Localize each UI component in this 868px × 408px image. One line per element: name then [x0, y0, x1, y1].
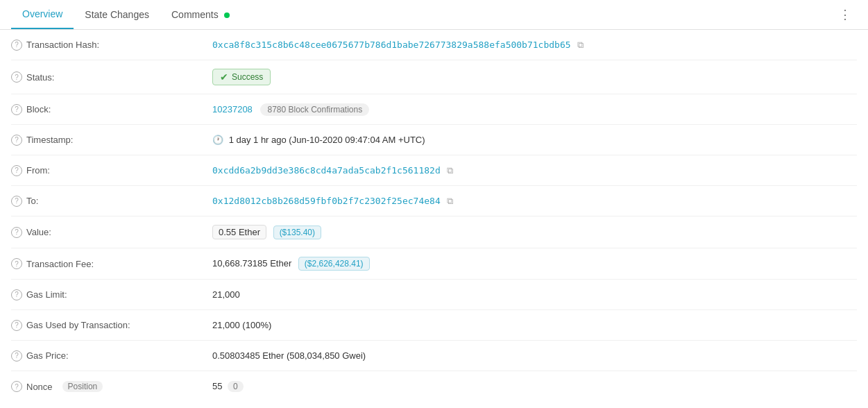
value-value-col: 0.55 Ether ($135.40)	[212, 225, 857, 239]
nonce-position-label-badge: Position	[62, 381, 103, 392]
gas-limit-label: Gas Limit:	[26, 289, 67, 300]
transaction-fee-label-col: ? Transaction Fee:	[11, 258, 212, 269]
timestamp-label-col: ? Timestamp:	[11, 135, 212, 146]
gas-limit-label-col: ? Gas Limit:	[11, 289, 212, 300]
transaction-hash-row: ? Transaction Hash: 0xca8f8c315c8b6c48ce…	[11, 30, 857, 60]
tab-bar: Overview State Changes Comments ⋮	[0, 0, 868, 30]
status-check-icon: ✔	[220, 71, 228, 83]
tab-state-changes[interactable]: State Changes	[74, 1, 160, 28]
comments-dot	[224, 12, 230, 18]
gas-used-value: 21,000 (100%)	[212, 320, 271, 330]
gas-limit-value: 21,000	[212, 289, 240, 300]
status-row: ? Status: ✔ Success	[11, 60, 857, 94]
value-label-col: ? Value:	[11, 227, 212, 238]
gas-price-help-icon[interactable]: ?	[11, 350, 22, 362]
gas-used-label: Gas Used by Transaction:	[26, 320, 130, 330]
to-row: ? To: 0x12d8012cb8b268d59fbf0b2f7c2302f2…	[11, 186, 857, 216]
more-options-button[interactable]: ⋮	[833, 1, 857, 28]
tab-comments[interactable]: Comments	[160, 1, 241, 28]
status-text: Success	[232, 72, 263, 82]
to-value-col: 0x12d8012cb8b268d59fbf0b2f7c2302f25ec74e…	[212, 196, 857, 207]
from-row: ? From: 0xcdd6a2b9dd3e386c8cd4a7ada5cab2…	[11, 155, 857, 186]
transaction-hash-value-col: 0xca8f8c315c8b6c48cee0675677b786d1babe72…	[212, 40, 857, 51]
status-help-icon[interactable]: ?	[11, 71, 22, 83]
nonce-row: ? Nonce Position 55 0	[11, 371, 857, 402]
clock-icon: 🕐	[212, 135, 223, 145]
value-help-icon[interactable]: ?	[11, 227, 22, 238]
gas-limit-help-icon[interactable]: ?	[11, 289, 22, 300]
block-label-col: ? Block:	[11, 104, 212, 115]
transaction-fee-ether: 10,668.73185 Ether	[212, 258, 291, 269]
nonce-label-col: ? Nonce Position	[11, 381, 212, 392]
to-address-link[interactable]: 0x12d8012cb8b268d59fbf0b2f7c2302f25ec74e…	[212, 196, 441, 206]
timestamp-row: ? Timestamp: 🕐 1 day 1 hr ago (Jun-10-20…	[11, 125, 857, 155]
from-copy-icon[interactable]: ⧉	[447, 165, 453, 176]
to-copy-icon[interactable]: ⧉	[447, 196, 453, 207]
overview-content: ? Transaction Hash: 0xca8f8c315c8b6c48ce…	[0, 30, 868, 402]
from-label: From:	[26, 165, 50, 176]
block-value-col: 10237208 8780 Block Confirmations	[212, 103, 857, 116]
from-label-col: ? From:	[11, 165, 212, 176]
gas-price-value-col: 0.50803485 Ether (508,034,850 Gwei)	[212, 350, 857, 361]
from-address-link[interactable]: 0xcdd6a2b9dd3e386c8cd4a7ada5cab2f1c56118…	[212, 165, 441, 176]
block-help-icon[interactable]: ?	[11, 104, 22, 115]
transaction-hash-copy-icon[interactable]: ⧉	[577, 40, 584, 51]
to-help-icon[interactable]: ?	[11, 196, 22, 207]
transaction-hash-help-icon[interactable]: ?	[11, 40, 22, 51]
gas-used-help-icon[interactable]: ?	[11, 320, 22, 331]
block-number-link[interactable]: 10237208	[212, 104, 253, 114]
tab-overview-label: Overview	[22, 8, 62, 19]
gas-price-label: Gas Price:	[26, 350, 69, 361]
gas-price-row: ? Gas Price: 0.50803485 Ether (508,034,8…	[11, 341, 857, 371]
status-value-col: ✔ Success	[212, 69, 857, 85]
timestamp-text: 1 day 1 hr ago (Jun-10-2020 09:47:04 AM …	[229, 135, 425, 145]
timestamp-help-icon[interactable]: ?	[11, 135, 22, 146]
nonce-help-icon[interactable]: ?	[11, 381, 22, 392]
transaction-fee-label: Transaction Fee:	[26, 259, 94, 269]
to-label-col: ? To:	[11, 196, 212, 207]
value-label: Value:	[26, 227, 51, 237]
transaction-fee-row: ? Transaction Fee: 10,668.73185 Ether ($…	[11, 248, 857, 280]
gas-limit-value-col: 21,000	[212, 289, 857, 300]
block-label: Block:	[26, 104, 51, 114]
transaction-fee-value-col: 10,668.73185 Ether ($2,626,428.41)	[212, 257, 857, 271]
from-value-col: 0xcdd6a2b9dd3e386c8cd4a7ada5cab2f1c56118…	[212, 165, 857, 176]
tab-state-changes-label: State Changes	[85, 9, 149, 20]
timestamp-value-col: 🕐 1 day 1 hr ago (Jun-10-2020 09:47:04 A…	[212, 135, 857, 145]
tab-overview[interactable]: Overview	[11, 0, 74, 29]
from-help-icon[interactable]: ?	[11, 165, 22, 176]
block-row: ? Block: 10237208 8780 Block Confirmatio…	[11, 94, 857, 125]
gas-used-row: ? Gas Used by Transaction: 21,000 (100%)	[11, 310, 857, 341]
confirmations-badge: 8780 Block Confirmations	[260, 103, 369, 116]
gas-used-label-col: ? Gas Used by Transaction:	[11, 320, 212, 331]
value-row: ? Value: 0.55 Ether ($135.40)	[11, 216, 857, 248]
nonce-value: 55	[212, 381, 222, 391]
nonce-label: Nonce	[26, 382, 53, 392]
gas-used-value-col: 21,000 (100%)	[212, 320, 857, 330]
to-label: To:	[26, 196, 38, 206]
nonce-position-value-badge: 0	[228, 381, 244, 392]
status-label-col: ? Status:	[11, 71, 212, 83]
gas-price-value: 0.50803485 Ether (508,034,850 Gwei)	[212, 350, 366, 361]
transaction-hash-link[interactable]: 0xca8f8c315c8b6c48cee0675677b786d1babe72…	[212, 40, 571, 50]
gas-price-label-col: ? Gas Price:	[11, 350, 212, 362]
status-badge: ✔ Success	[212, 69, 271, 85]
transaction-fee-help-icon[interactable]: ?	[11, 258, 22, 269]
transaction-fee-usd-badge: ($2,626,428.41)	[298, 257, 370, 271]
tab-comments-label: Comments	[171, 9, 219, 20]
timestamp-label: Timestamp:	[26, 135, 73, 145]
gas-limit-row: ? Gas Limit: 21,000	[11, 280, 857, 310]
transaction-hash-label-col: ? Transaction Hash:	[11, 40, 212, 51]
transaction-hash-label: Transaction Hash:	[26, 40, 99, 50]
nonce-value-col: 55 0	[212, 381, 857, 392]
value-ether-badge: 0.55 Ether	[212, 225, 266, 239]
value-usd-badge: ($135.40)	[273, 226, 321, 239]
status-label: Status:	[26, 72, 54, 83]
